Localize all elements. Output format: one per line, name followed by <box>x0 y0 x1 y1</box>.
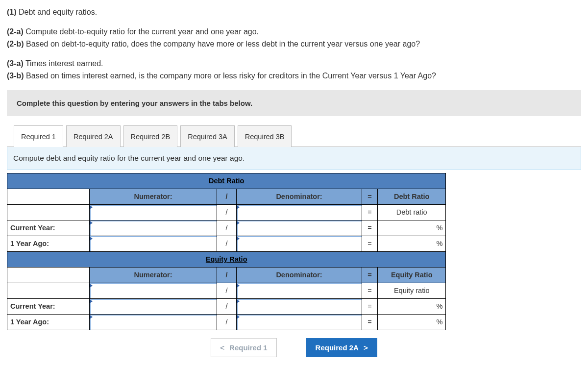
instruction-bar: Complete this question by entering your … <box>7 90 581 116</box>
equals-header: = <box>362 189 378 204</box>
slash-header: / <box>217 189 237 204</box>
debt-numerator-select[interactable] <box>90 204 217 220</box>
equals: = <box>362 220 378 236</box>
label-3a: (3-a) <box>7 59 24 68</box>
equity-result-prior[interactable] <box>378 314 434 330</box>
slash: / <box>217 283 237 298</box>
equals: = <box>362 204 378 220</box>
equity-den-current-input[interactable] <box>237 298 362 314</box>
equity-denominator-select[interactable] <box>237 283 362 298</box>
blank-header <box>7 267 90 283</box>
row-label-prior-debt: 1 Year Ago: <box>7 236 90 251</box>
denominator-header: Denominator: <box>237 189 362 204</box>
tab-required-3b[interactable]: Required 3B <box>238 125 292 147</box>
tab-required-3a[interactable]: Required 3A <box>180 125 235 147</box>
equity-num-prior-input[interactable] <box>90 314 217 330</box>
question-prompt: (1) Debt and equity ratios. (2-a) Comput… <box>7 7 581 81</box>
row-label-current-equity: Current Year: <box>7 298 90 314</box>
debt-ratio-sublabel: Debt ratio <box>378 204 446 220</box>
debt-den-prior-input[interactable] <box>237 236 362 251</box>
debt-denominator-select[interactable] <box>237 204 362 220</box>
debt-num-prior-input[interactable] <box>90 236 217 251</box>
pct: % <box>434 220 446 236</box>
slash: / <box>217 204 237 220</box>
tab-strip: Required 1 Required 2A Required 2B Requi… <box>14 125 581 146</box>
text-3b: Based on times interest earned, is the c… <box>24 72 436 80</box>
slash: / <box>217 298 237 314</box>
tab-required-2b[interactable]: Required 2B <box>123 125 178 147</box>
next-label: Required 2A <box>316 343 359 352</box>
result-header-equity: Equity Ratio <box>378 267 446 283</box>
nav-row: < Required 1 Required 2A > <box>7 338 581 357</box>
tab-required-2a[interactable]: Required 2A <box>66 125 121 147</box>
equity-den-prior-input[interactable] <box>237 314 362 330</box>
debt-den-current-input[interactable] <box>237 220 362 236</box>
slash-header: / <box>217 267 237 283</box>
equity-numerator-select[interactable] <box>90 283 217 298</box>
blank-cell <box>7 283 90 298</box>
denominator-header: Denominator: <box>237 267 362 283</box>
debt-result-prior[interactable] <box>378 236 434 251</box>
equals: = <box>362 236 378 251</box>
pct: % <box>434 236 446 251</box>
tab-required-1[interactable]: Required 1 <box>14 125 63 147</box>
slash: / <box>217 220 237 236</box>
worksheet-table: Debt Ratio Numerator: / Denominator: = D… <box>7 173 446 330</box>
blank-cell <box>7 204 90 220</box>
equals: = <box>362 283 378 298</box>
tab-description: Compute debt and equity ratio for the cu… <box>7 146 581 170</box>
chevron-right-icon: > <box>364 343 368 352</box>
label-3b: (3-b) <box>7 72 24 80</box>
chevron-left-icon: < <box>220 343 224 352</box>
equity-ratio-sublabel: Equity ratio <box>378 283 446 298</box>
label-2b: (2-b) <box>7 40 24 48</box>
slash: / <box>217 236 237 251</box>
text-1: Debt and equity ratios. <box>17 8 98 16</box>
slash: / <box>217 314 237 330</box>
debt-result-current[interactable] <box>378 220 434 236</box>
pct: % <box>434 314 446 330</box>
section-header-debt: Debt Ratio <box>7 173 446 189</box>
equals-header: = <box>362 267 378 283</box>
pct: % <box>434 298 446 314</box>
text-2b: Based on debt-to-equity ratio, does the … <box>24 40 420 48</box>
text-3a: Times interest earned. <box>24 59 103 68</box>
equals: = <box>362 298 378 314</box>
equity-num-current-input[interactable] <box>90 298 217 314</box>
section-header-equity: Equity Ratio <box>7 251 446 267</box>
label-2a: (2-a) <box>7 27 24 36</box>
equals: = <box>362 314 378 330</box>
label-1: (1) <box>7 8 17 16</box>
next-button[interactable]: Required 2A > <box>306 338 377 357</box>
prev-label: Required 1 <box>229 343 268 352</box>
prev-button: < Required 1 <box>211 338 276 357</box>
equity-result-current[interactable] <box>378 298 434 314</box>
result-header-debt: Debt Ratio <box>378 189 446 204</box>
debt-num-current-input[interactable] <box>90 220 217 236</box>
row-label-prior-equity: 1 Year Ago: <box>7 314 90 330</box>
numerator-header: Numerator: <box>90 189 217 204</box>
row-label-current-debt: Current Year: <box>7 220 90 236</box>
blank-header <box>7 189 90 204</box>
numerator-header: Numerator: <box>90 267 217 283</box>
text-2a: Compute debt-to-equity ratio for the cur… <box>24 27 259 36</box>
